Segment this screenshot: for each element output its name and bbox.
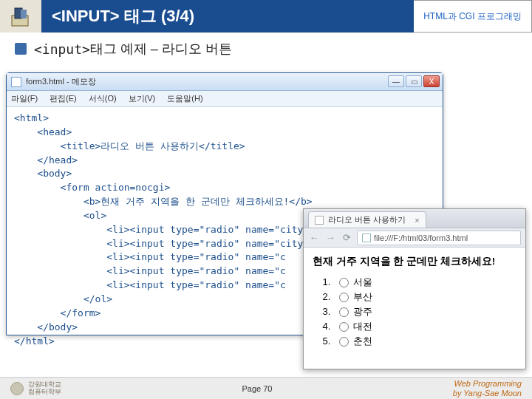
document-icon (11, 77, 21, 87)
notepad-menubar: 파일(F) 편집(E) 서식(O) 보기(V) 도움말(H) (7, 91, 443, 107)
slide-footer: 강원대학교 컴퓨터학부 Page 70 Web Programming by Y… (0, 377, 532, 399)
notepad-title: form3.html - 메모장 (26, 76, 96, 87)
credit-block: Web Programming by Yang-Sae Moon (453, 379, 522, 398)
tab-title: 라디오 버튼 사용하기 (328, 214, 406, 225)
section-mono: <input> (34, 41, 90, 57)
slide-title: <INPUT> 태그 (3/4) (41, 0, 414, 33)
bullet-icon (15, 43, 27, 55)
list-item: 대전 (333, 320, 516, 333)
address-bar[interactable]: file:///F:/html03/form3.html (357, 231, 521, 245)
window-controls: — ▭ X (388, 75, 440, 87)
radio-list: 서울 부산 광주 대전 춘천 (313, 276, 516, 348)
radio-busan[interactable] (339, 293, 349, 302)
radio-daejeon[interactable] (339, 322, 349, 332)
url-text: file:///F:/html03/form3.html (374, 233, 468, 242)
minimize-button[interactable]: — (388, 75, 404, 87)
browser-viewport: 현재 거주 지역을 한 군데만 체크하세요! 서울 부산 광주 대전 춘천 (304, 248, 525, 357)
browser-toolbar: ← → ⟳ file:///F:/html03/form3.html (304, 228, 525, 248)
radio-label: 춘천 (353, 335, 372, 347)
favicon-icon (315, 216, 324, 225)
tab-close-icon[interactable]: × (415, 216, 419, 225)
form-prompt: 현재 거주 지역을 한 군데만 체크하세요! (313, 255, 516, 268)
menu-format[interactable]: 서식(O) (89, 93, 117, 104)
list-item: 춘천 (333, 335, 516, 348)
section-heading: <input> 태그 예제 – 라디오 버튼 (0, 33, 532, 62)
browser-tab[interactable]: 라디오 버튼 사용하기 × (308, 211, 426, 228)
menu-file[interactable]: 파일(F) (11, 93, 38, 104)
radio-label: 대전 (353, 321, 372, 332)
page-number: Page 70 (242, 384, 272, 393)
reload-icon[interactable]: ⟳ (341, 232, 352, 244)
radio-seoul[interactable] (339, 278, 349, 287)
browser-window: 라디오 버튼 사용하기 × ← → ⟳ file:///F:/html03/fo… (303, 208, 526, 369)
menu-help[interactable]: 도움말(H) (167, 93, 202, 104)
list-item: 서울 (333, 276, 516, 289)
radio-label: 광주 (353, 306, 372, 317)
slide-theme-icon (0, 0, 41, 33)
browser-tabstrip: 라디오 버튼 사용하기 × (304, 209, 525, 228)
credit-line2: by Yang-Sae Moon (453, 389, 522, 398)
radio-label: 서울 (353, 276, 372, 287)
university-badge: 강원대학교 컴퓨터학부 (10, 381, 61, 395)
close-button[interactable]: X (423, 75, 440, 87)
page-icon (362, 233, 371, 242)
radio-label: 부산 (353, 291, 372, 302)
svg-rect-2 (21, 10, 27, 18)
slide-header: <INPUT> 태그 (3/4) HTML과 CGI 프로그래밍 (0, 0, 532, 33)
section-rest: 태그 예제 – 라디오 버튼 (90, 40, 232, 58)
list-item: 광주 (333, 305, 516, 318)
notepad-titlebar: form3.html - 메모장 — ▭ X (7, 73, 443, 91)
university-text: 강원대학교 컴퓨터학부 (28, 381, 61, 395)
menu-edit[interactable]: 편집(E) (50, 93, 77, 104)
menu-view[interactable]: 보기(V) (129, 93, 156, 104)
radio-gwangju[interactable] (339, 307, 349, 317)
forward-icon[interactable]: → (324, 232, 336, 244)
university-seal-icon (10, 382, 24, 395)
credit-line1: Web Programming (453, 379, 522, 389)
slide-subtitle: HTML과 CGI 프로그래밍 (414, 0, 532, 33)
maximize-button[interactable]: ▭ (406, 75, 422, 87)
back-icon[interactable]: ← (308, 232, 320, 244)
list-item: 부산 (333, 290, 516, 304)
radio-chuncheon[interactable] (339, 337, 349, 347)
